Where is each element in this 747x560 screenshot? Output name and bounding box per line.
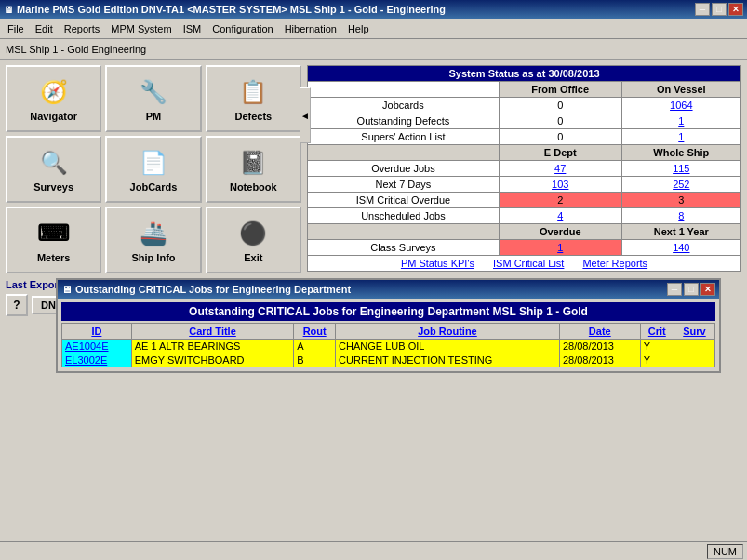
jobcards-label: JobCards [130, 181, 178, 193]
popup-title-text: Outstanding CRITICAL Jobs for Engineerin… [75, 284, 351, 295]
menu-item-ism[interactable]: ISM [178, 21, 207, 36]
table-row: Next 7 Days103252 [308, 177, 741, 193]
navigator-icon: 🧭 [37, 75, 71, 109]
shipinfo-label: Ship Info [131, 252, 175, 263]
defects-icon: 📋 [236, 75, 270, 109]
popup-cell: B [294, 353, 336, 367]
popup-cell: 28/08/2013 [559, 353, 640, 367]
popup-cell: Y [640, 353, 674, 367]
pm-label: PM [146, 111, 162, 122]
shipinfo-icon: 🚢 [137, 217, 170, 250]
icon-btn-meters[interactable]: ⌨Meters [6, 207, 101, 273]
popup-tbody: AE1004EAE 1 ALTR BEARINGSACHANGE LUB OIL… [62, 340, 715, 367]
title-bar-icon: 🖥 [4, 5, 13, 15]
popup-titlebar-controls: ─ □ ✕ [667, 283, 715, 296]
popup-col-date[interactable]: Date [559, 324, 640, 340]
main-content: 🧭Navigator🔧PM📋Defects🔍Surveys📄JobCards📓N… [0, 60, 747, 540]
status-col-office: From Office [499, 82, 621, 98]
icon-grid: 🧭Navigator🔧PM📋Defects🔍Surveys📄JobCards📓N… [6, 65, 301, 273]
title-bar-text: Marine PMS Gold Edition DNV-TA1 <MASTER … [17, 4, 446, 15]
popup-cell: A [294, 340, 336, 353]
collapse-handle[interactable]: ◄ [300, 87, 311, 143]
popup-cell [674, 340, 714, 353]
popup-col-job routine[interactable]: Job Routine [336, 324, 560, 340]
popup-header-row: Outstanding CRITICAL Jobs for Engineerin… [61, 302, 715, 321]
popup-col-crit[interactable]: Crit [640, 324, 674, 340]
menu-item-help[interactable]: Help [342, 21, 375, 36]
table-row: Jobcards01064 [308, 98, 741, 113]
menu-item-reports[interactable]: Reports [59, 21, 106, 36]
section2-header: E DeptWhole Ship [308, 145, 741, 161]
icon-btn-surveys[interactable]: 🔍Surveys [6, 136, 101, 203]
popup-thead: IDCard TitleRoutJob RoutineDateCritSurv [62, 324, 715, 340]
title-bar: 🖥 Marine PMS Gold Edition DNV-TA1 <MASTE… [0, 0, 747, 19]
popup-cell: Y [640, 340, 674, 353]
popup-content: Outstanding CRITICAL Jobs for Engineerin… [58, 299, 719, 371]
help-button[interactable]: ? [6, 294, 28, 316]
table-row: Outstanding Defects01 [308, 113, 741, 129]
popup-cell: AE 1 ALTR BEARINGS [131, 340, 293, 353]
popup-col-card title[interactable]: Card Title [131, 324, 293, 340]
notebook-label: Notebook [230, 181, 277, 193]
popup-cell: CURRENT INJECTION TESTING [336, 353, 560, 367]
breadcrumb-text: MSL Ship 1 - Gold Engineering [6, 44, 146, 55]
popup-titlebar: 🖥 Outstanding CRITICAL Jobs for Engineer… [58, 280, 719, 299]
section3-header: OverdueNext 1 Year [308, 224, 741, 240]
popup-cell: EMGY SWITCHBOARD [131, 353, 293, 367]
popup-col-id[interactable]: ID [62, 324, 132, 340]
table-row: ISM Critical Overdue23 [308, 193, 741, 208]
icon-btn-jobcards[interactable]: 📄JobCards [105, 136, 201, 203]
meters-icon: ⌨ [37, 217, 71, 250]
meters-label: Meters [37, 252, 70, 263]
status-col-vessel: On Vessel [621, 82, 740, 98]
popup-row: EL3002EEMGY SWITCHBOARDBCURRENT INJECTIO… [62, 353, 715, 367]
icon-btn-pm[interactable]: 🔧PM [105, 65, 201, 132]
popup-min-button[interactable]: ─ [667, 283, 682, 296]
table-row: Unscheduled Jobs48 [308, 208, 741, 224]
menu-item-mpm system[interactable]: MPM System [105, 21, 177, 36]
popup-close-button[interactable]: ✕ [700, 283, 715, 296]
icon-btn-defects[interactable]: 📋Defects [206, 65, 301, 132]
icon-btn-navigator[interactable]: 🧭Navigator [6, 65, 101, 132]
icon-btn-shipinfo[interactable]: 🚢Ship Info [105, 207, 201, 273]
status-bar: NUM [0, 541, 747, 560]
popup-max-button[interactable]: □ [684, 283, 699, 296]
status-title: System Status as at 30/08/2013 [308, 66, 741, 82]
surveys-label: Surveys [33, 181, 73, 193]
popup-cell[interactable]: EL3002E [62, 353, 132, 367]
popup-cell[interactable]: AE1004E [62, 340, 132, 353]
close-button[interactable]: ✕ [728, 3, 743, 16]
navigator-label: Navigator [30, 111, 77, 122]
popup-icon: 🖥 [61, 284, 72, 295]
menu-item-edit[interactable]: Edit [30, 21, 59, 36]
menu-item-hibernation[interactable]: Hibernation [279, 21, 342, 36]
notebook-icon: 📓 [236, 146, 270, 180]
menu-item-file[interactable]: File [2, 21, 30, 36]
popup-cell [674, 353, 714, 367]
num-indicator: NUM [707, 544, 743, 559]
menu-bar: FileEditReportsMPM SystemISMConfiguratio… [0, 19, 747, 39]
status-table: System Status as at 30/08/2013 From Offi… [307, 65, 741, 256]
surveys-icon: 🔍 [37, 146, 71, 180]
popup-cell: CHANGE LUB OIL [336, 340, 560, 353]
popup-row: AE1004EAE 1 ALTR BEARINGSACHANGE LUB OIL… [62, 340, 715, 353]
exit-label: Exit [244, 252, 262, 263]
minimize-button[interactable]: ─ [695, 3, 710, 16]
status-col-empty [308, 82, 500, 98]
icon-btn-notebook[interactable]: 📓Notebook [206, 136, 301, 203]
link-meter-reports[interactable]: Meter Reports [582, 258, 647, 269]
table-row: Class Surveys1140 [308, 240, 741, 256]
maximize-button[interactable]: □ [712, 3, 727, 16]
popup-window: 🖥 Outstanding CRITICAL Jobs for Engineer… [56, 278, 721, 373]
popup-col-rout[interactable]: Rout [294, 324, 336, 340]
menu-item-configuration[interactable]: Configuration [207, 21, 278, 36]
popup-col-surv[interactable]: Surv [674, 324, 714, 340]
links-row: PM Status KPI'sISM Critical ListMeter Re… [307, 256, 741, 272]
exit-icon: ⚫ [236, 217, 270, 250]
popup-cell: 28/08/2013 [559, 340, 640, 353]
link-pm-status[interactable]: PM Status KPI's [401, 258, 474, 269]
table-row: Overdue Jobs47115 [308, 161, 741, 177]
icon-btn-exit[interactable]: ⚫Exit [206, 207, 301, 273]
popup-table: IDCard TitleRoutJob RoutineDateCritSurv … [61, 323, 715, 367]
link-ism-critical[interactable]: ISM Critical List [493, 258, 564, 269]
